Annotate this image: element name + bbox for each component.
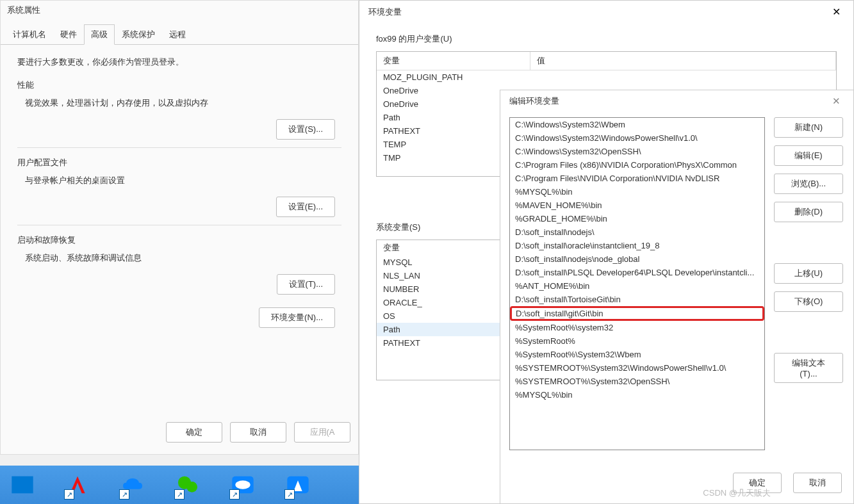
divider [17,147,341,148]
shortcut-arrow-icon: ↗ [284,489,295,500]
path-item[interactable]: %MYSQL%\bin [510,185,764,199]
perf-settings-button[interactable]: 设置(S)... [276,119,335,140]
startup-settings-button[interactable]: 设置(T)... [277,274,335,295]
path-item[interactable]: %SystemRoot%\system32 [510,321,764,334]
startup-title: 启动和故障恢复 [17,234,341,246]
browse-button[interactable]: 浏览(B)... [774,174,843,194]
delete-button[interactable]: 删除(D) [774,202,843,222]
tab-hardware[interactable]: 硬件 [53,24,84,45]
profile-desc: 与登录帐户相关的桌面设置 [25,175,341,186]
shortcut-arrow-icon: ↗ [119,489,129,500]
admin-note: 要进行大多数更改，你必须作为管理员登录。 [17,56,341,68]
tab-system-protection[interactable]: 系统保护 [115,24,162,45]
sysprops-title: 系统属性 [1,1,358,20]
tab-computer-name[interactable]: 计算机名 [6,24,53,45]
shortcut-arrow-icon: ↗ [174,489,185,500]
startup-recovery-section: 启动和故障恢复 系统启动、系统故障和调试信息 设置(T)... [17,234,341,295]
cancel-button[interactable]: 取消 [793,473,842,493]
col-value: 值 [530,52,836,70]
edit-buttons-column: 新建(N) 编辑(E) 浏览(B)... 删除(D) 上移(U) 下移(O) 编… [774,117,843,450]
performance-section: 性能 视觉效果，处理器计划，内存使用，以及虚拟内存 设置(S)... [17,79,341,140]
perf-title: 性能 [17,79,341,91]
edit-env-variable-dialog: 编辑环境变量 ✕ C:\Windows\System32\WbemC:\Wind… [500,90,854,504]
sysprops-body: 要进行大多数更改，你必须作为管理员登录。 性能 视觉效果，处理器计划，内存使用，… [1,45,358,346]
path-item[interactable]: D:\soft_install\git\Git\bin [510,306,764,321]
path-item[interactable]: %MAVEN_HOME%\bin [510,199,764,212]
tab-advanced[interactable]: 高级 [84,24,115,45]
path-item[interactable]: C:\Program Files (x86)\NVIDIA Corporatio… [510,158,764,172]
path-item[interactable]: %SYSTEMROOT%\System32\WindowsPowerShell\… [510,361,764,375]
shortcut-arrow-icon: ↗ [229,489,240,500]
col-variable: 变量 [377,52,530,70]
path-list[interactable]: C:\Windows\System32\WbemC:\Windows\Syste… [509,117,765,450]
path-item[interactable]: %ANT_HOME%\bin [510,279,764,293]
close-icon[interactable]: ✕ [827,94,846,108]
profile-title: 用户配置文件 [17,157,341,168]
system-properties-dialog: 系统属性 计算机名 硬件 高级 系统保护 远程 要进行大多数更改，你必须作为管理… [0,0,359,455]
env-dialog-title: 环境变量 [368,6,402,18]
apply-button[interactable]: 应用(A [294,422,350,443]
env-variables-button[interactable]: 环境变量(N)... [259,307,335,328]
path-item[interactable]: D:\soft_install\TortoiseGit\bin [510,293,764,306]
move-up-button[interactable]: 上移(U) [774,263,843,284]
path-item[interactable]: C:\Windows\System32\WindowsPowerShell\v1… [510,131,764,145]
edit-dialog-buttons: 确定 取消 [733,473,842,493]
edit-button[interactable]: 编辑(E) [774,145,843,166]
path-item[interactable]: %SystemRoot% [510,334,764,348]
svg-point-4 [235,480,250,489]
edit-dialog-title: 编辑环境变量 [509,95,559,107]
close-icon[interactable]: ✕ [827,4,846,19]
ok-button[interactable]: 确定 [733,473,782,493]
svg-point-2 [186,482,197,492]
tab-remote[interactable]: 远程 [162,24,193,45]
path-item[interactable]: %GRADLE_HOME%\bin [510,212,764,225]
svg-rect-0 [12,476,33,494]
user-profile-section: 用户配置文件 与登录帐户相关的桌面设置 设置(E)... [17,157,341,217]
sysprops-tabs: 计算机名 硬件 高级 系统保护 远程 [1,24,358,45]
taskbar-app-icon[interactable]: ↗ [59,467,96,502]
edit-text-button[interactable]: 编辑文本(T)... [774,353,843,383]
perf-desc: 视觉效果，处理器计划，内存使用，以及虚拟内存 [25,97,341,109]
taskbar-onedrive-icon[interactable]: ↗ [114,467,151,502]
sysprops-dialog-buttons: 确定 取消 应用(A [166,422,350,443]
path-item[interactable]: C:\Windows\System32\Wbem [510,118,764,131]
path-item[interactable]: D:\soft_install\oracle\instantclient_19_… [510,239,764,252]
path-item[interactable]: D:\soft_install\nodejs\node_global [510,252,764,266]
profile-settings-button[interactable]: 设置(E)... [276,197,335,217]
table-row[interactable]: MOZ_PLUGIN_PATH [377,70,836,84]
path-item[interactable]: D:\soft_install\nodejs\ [510,225,764,239]
divider [17,225,341,225]
var-name: MOZ_PLUGIN_PATH [377,70,530,84]
path-item[interactable]: C:\Program Files\NVIDIA Corporation\NVID… [510,172,764,185]
taskbar: ↗ ↗ ↗ ↗ ↗ [0,466,359,504]
cancel-button[interactable]: 取消 [230,422,286,443]
move-down-button[interactable]: 下移(O) [774,291,843,312]
shortcut-arrow-icon: ↗ [64,489,74,500]
var-value [530,70,836,84]
path-item[interactable]: %SystemRoot%\System32\Wbem [510,348,764,361]
ok-button[interactable]: 确定 [166,422,222,443]
path-item[interactable]: D:\soft_install\PLSQL Developer64\PLSQL … [510,266,764,279]
taskbar-meeting-icon[interactable]: ↗ [279,467,316,502]
path-item[interactable]: C:\Windows\System32\OpenSSH\ [510,145,764,158]
path-item[interactable]: %SYSTEMROOT%\System32\OpenSSH\ [510,375,764,388]
user-vars-label: fox99 的用户变量(U) [376,33,837,45]
taskbar-start-icon[interactable] [4,467,41,502]
new-button[interactable]: 新建(N) [774,117,843,138]
taskbar-wechat-icon[interactable]: ↗ [169,467,206,502]
startup-desc: 系统启动、系统故障和调试信息 [25,252,341,264]
taskbar-cloud-app-icon[interactable]: ↗ [224,467,261,502]
path-item[interactable]: %MYSQL%\bin [510,388,764,402]
